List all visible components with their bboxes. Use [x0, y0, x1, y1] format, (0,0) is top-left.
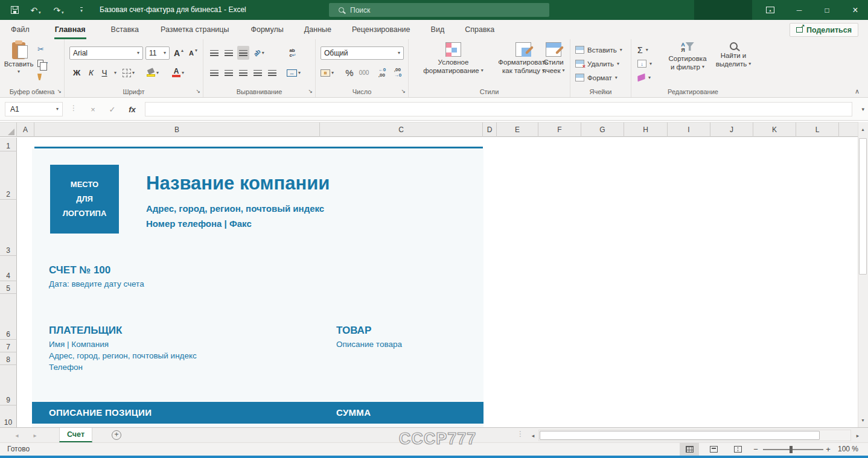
share-button[interactable]: ↗ Поделиться: [790, 23, 858, 37]
align-left-button[interactable]: [208, 66, 220, 80]
select-all-corner[interactable]: [0, 122, 17, 137]
column-header-a[interactable]: A: [17, 122, 34, 137]
sheet-nav-right-button[interactable]: ▸: [28, 428, 42, 442]
paste-button[interactable]: Вставить ▾: [5, 42, 33, 74]
zoom-slider-track[interactable]: [763, 449, 823, 450]
normal-view-button[interactable]: [680, 443, 699, 456]
tab-help[interactable]: Справка: [456, 20, 503, 39]
cut-button[interactable]: ✂: [36, 43, 49, 56]
number-format-combo[interactable]: Общий▾: [321, 46, 404, 60]
row-header-1[interactable]: 1: [0, 138, 17, 151]
search-box[interactable]: Поиск: [329, 3, 549, 17]
bold-button[interactable]: Ж: [71, 66, 83, 80]
insert-cells-button[interactable]: Вставить▾: [575, 43, 622, 56]
dialog-launcher-icon[interactable]: ↘: [57, 89, 62, 94]
align-center-button[interactable]: [223, 66, 235, 80]
column-header-l[interactable]: L: [796, 122, 839, 137]
row-header-6[interactable]: 6: [0, 294, 17, 340]
comma-style-button[interactable]: 000: [358, 66, 370, 80]
cell-styles-button[interactable]: Стилиячеек▾: [538, 42, 569, 75]
undo-button[interactable]: ↶▾: [27, 0, 45, 20]
column-header-b[interactable]: B: [34, 122, 320, 137]
wrap-text-button[interactable]: abc↵: [287, 46, 299, 60]
accounting-format-button[interactable]: ¤▾: [321, 66, 334, 80]
tab-home[interactable]: Главная: [46, 20, 94, 39]
tab-view[interactable]: Вид: [423, 20, 453, 39]
vertical-scrollbar-thumb[interactable]: [859, 138, 867, 275]
font-size-combo[interactable]: 11▾: [145, 46, 170, 60]
scroll-right-button[interactable]: ▸: [852, 430, 863, 441]
row-header-4[interactable]: 4: [0, 256, 17, 281]
column-header-c[interactable]: C: [320, 122, 483, 137]
row-header-10[interactable]: 10: [0, 406, 17, 427]
format-cells-button[interactable]: Формат▾: [575, 71, 617, 84]
confirm-entry-button[interactable]: ✓: [104, 102, 121, 116]
zoom-slider-thumb[interactable]: [790, 446, 793, 453]
column-header-d[interactable]: D: [483, 122, 497, 137]
delete-cells-button[interactable]: ×Удалить▾: [575, 57, 619, 70]
page-layout-view-button[interactable]: [704, 443, 723, 456]
bottom-align-button[interactable]: [237, 46, 249, 60]
column-header-h[interactable]: H: [624, 122, 668, 137]
insert-function-button[interactable]: fx: [124, 102, 141, 116]
middle-align-button[interactable]: [223, 46, 235, 60]
borders-button[interactable]: ▾: [123, 66, 135, 80]
decrease-font-size-button[interactable]: А▾: [187, 46, 199, 60]
orientation-button[interactable]: ab▾: [253, 46, 265, 60]
dialog-launcher-icon[interactable]: ↘: [308, 89, 313, 94]
redo-button[interactable]: ↷▾: [49, 0, 68, 20]
new-sheet-button[interactable]: +: [112, 430, 121, 440]
format-painter-button[interactable]: [36, 71, 49, 83]
row-header-3[interactable]: 3: [0, 200, 17, 256]
row-header-7[interactable]: 7: [0, 340, 17, 352]
customize-quick-access-button[interactable]: ▾: [74, 0, 89, 20]
fill-button[interactable]: ↓▾: [637, 57, 652, 70]
scroll-down-button[interactable]: ▾: [858, 414, 868, 426]
increase-decimal-button[interactable]: ←0,00: [376, 66, 388, 80]
name-box[interactable]: A1▾: [5, 102, 63, 116]
ribbon-display-options-button[interactable]: ▴: [759, 0, 781, 20]
sheet-tab-schet[interactable]: Счет: [59, 428, 92, 442]
zoom-in-button[interactable]: +: [823, 443, 833, 456]
autosum-button[interactable]: Σ▾: [637, 43, 648, 56]
sheet-nav-left-button[interactable]: ◂: [10, 428, 24, 442]
save-button[interactable]: [6, 0, 23, 20]
conditional-formatting-button[interactable]: Условноеформатирование▾: [415, 42, 492, 75]
column-header-k[interactable]: K: [753, 122, 796, 137]
tab-scrollbar-splitter[interactable]: ⋮: [517, 430, 524, 438]
dialog-launcher-icon[interactable]: ↘: [401, 89, 406, 94]
underline-options-button[interactable]: ▾: [109, 66, 121, 80]
row-header-8[interactable]: 8: [0, 352, 17, 365]
percent-style-button[interactable]: %: [343, 66, 356, 80]
merge-center-button[interactable]: ↔▾: [287, 66, 301, 80]
italic-button[interactable]: К: [85, 66, 97, 80]
tab-insert[interactable]: Вставка: [103, 20, 147, 39]
horizontal-scrollbar-thumb[interactable]: [540, 431, 820, 440]
column-header-f[interactable]: F: [538, 122, 581, 137]
decrease-indent-button[interactable]: [252, 66, 264, 80]
scroll-left-button[interactable]: ◂: [528, 430, 538, 441]
clear-button[interactable]: ▾: [637, 71, 651, 84]
close-button[interactable]: ×: [843, 0, 868, 20]
increase-indent-button[interactable]: [266, 66, 278, 80]
column-header-e[interactable]: E: [497, 122, 538, 137]
find-select-button[interactable]: Найти ивыделить▾: [712, 42, 755, 68]
formula-input[interactable]: [145, 102, 852, 116]
column-header-i[interactable]: I: [668, 122, 710, 137]
tab-file[interactable]: Файл: [2, 20, 38, 39]
fill-color-button[interactable]: ▾: [147, 66, 159, 80]
increase-font-size-button[interactable]: А▴: [173, 46, 185, 60]
row-header-9[interactable]: 9: [0, 365, 17, 406]
font-name-combo[interactable]: Arial▾: [69, 46, 143, 60]
scroll-up-button[interactable]: ▴: [858, 123, 868, 135]
cancel-entry-button[interactable]: ×: [85, 102, 101, 116]
sheet-canvas[interactable]: МЕСТО ДЛЯ ЛОГОТИПА Название компании Адр…: [17, 137, 858, 427]
zoom-level[interactable]: 100 %: [838, 443, 858, 456]
copy-button[interactable]: ▾: [36, 57, 49, 69]
tab-formulas[interactable]: Формулы: [242, 20, 292, 39]
column-header-g[interactable]: G: [581, 122, 624, 137]
sort-filter-button[interactable]: АЯ Сортировкаи фильтр▾: [663, 42, 712, 71]
column-header-partial[interactable]: [839, 122, 858, 137]
row-header-2[interactable]: 2: [0, 151, 17, 200]
decrease-decimal-button[interactable]: ,00→0: [392, 66, 404, 80]
